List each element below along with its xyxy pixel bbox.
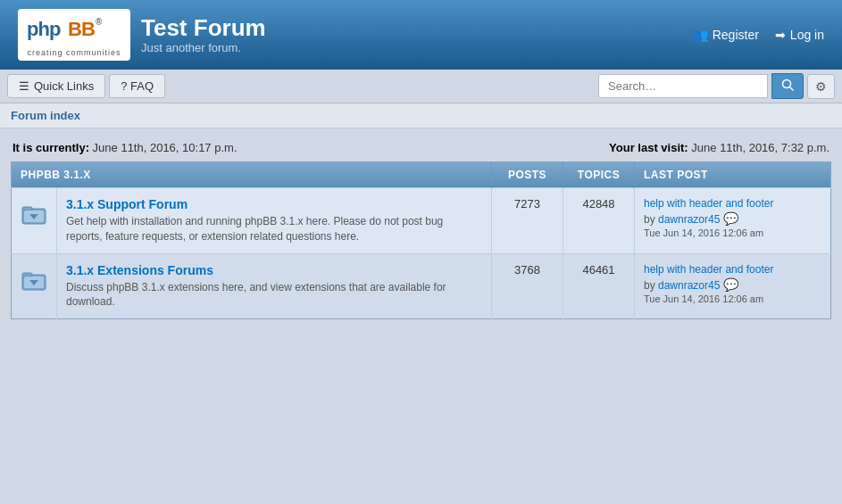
lastpost-time: Tue Jun 14, 2016 12:06 am bbox=[644, 293, 821, 304]
forum-topics-count: 46461 bbox=[563, 253, 635, 319]
forum-title-cell: 3.1.x Extensions Forums Discuss phpBB 3.… bbox=[57, 253, 492, 319]
current-time-label: It is currently: bbox=[13, 141, 89, 154]
faq-label: ? FAQ bbox=[121, 79, 154, 93]
logo-box: php B B ® creating communities bbox=[18, 9, 130, 61]
forum-table: PHPBB 3.1.X POSTS TOPICS LAST POST 3.1.x… bbox=[11, 161, 831, 319]
lastpost-quote-icon: 💬 bbox=[723, 211, 738, 226]
lastpost-author: by dawnrazor45 💬 bbox=[644, 277, 821, 292]
login-icon: ➡ bbox=[775, 28, 786, 42]
current-time-value: June 11th, 2016, 10:17 p.m. bbox=[93, 141, 238, 154]
last-visit-label: Your last visit: bbox=[609, 141, 688, 154]
svg-text:php: php bbox=[27, 18, 61, 40]
last-visit: Your last visit: June 11th, 2016, 7:32 p… bbox=[609, 141, 829, 154]
logo-area: php B B ® creating communities Test Foru… bbox=[18, 9, 266, 61]
forum-title-cell: 3.1.x Support Forum Get help with instal… bbox=[57, 188, 492, 254]
forum-index-link[interactable]: Forum index bbox=[11, 109, 80, 122]
site-header: php B B ® creating communities Test Foru… bbox=[0, 0, 842, 70]
navbar: ☰ Quick Links ? FAQ ⚙ bbox=[0, 70, 842, 103]
forum-description: Discuss phpBB 3.1.x extensions here, and… bbox=[66, 280, 482, 310]
search-area: ⚙ bbox=[598, 73, 835, 99]
forum-table-header: PHPBB 3.1.X POSTS TOPICS LAST POST bbox=[12, 162, 831, 188]
register-link[interactable]: 👥 Register bbox=[693, 28, 759, 42]
lastpost-author-link[interactable]: dawnrazor45 bbox=[658, 213, 720, 226]
svg-rect-11 bbox=[22, 273, 32, 277]
col-topics-header: TOPICS bbox=[563, 162, 635, 188]
forum-icon-cell bbox=[12, 253, 57, 319]
phpbb-logo: php B B ® bbox=[25, 12, 123, 48]
login-link[interactable]: ➡ Log in bbox=[775, 28, 824, 42]
current-time: It is currently: June 11th, 2016, 10:17 … bbox=[13, 141, 238, 154]
forum-lastpost-cell: help with header and footer by dawnrazor… bbox=[635, 188, 831, 254]
forum-topics-count: 42848 bbox=[563, 188, 635, 254]
quick-links-label: Quick Links bbox=[34, 79, 94, 93]
forum-posts-count: 7273 bbox=[492, 188, 563, 254]
site-tagline: Just another forum. bbox=[141, 41, 266, 54]
lastpost-title-link[interactable]: help with header and footer bbox=[644, 263, 773, 276]
col-posts-header: POSTS bbox=[492, 162, 563, 188]
folder-icon bbox=[21, 217, 47, 230]
register-icon: 👥 bbox=[693, 28, 708, 42]
faq-button[interactable]: ? FAQ bbox=[109, 74, 165, 98]
svg-line-5 bbox=[790, 87, 794, 91]
register-label: Register bbox=[713, 28, 759, 42]
svg-text:B: B bbox=[68, 18, 81, 40]
forum-title-link[interactable]: 3.1.x Extensions Forums bbox=[66, 263, 213, 277]
forum-table-body: 3.1.x Support Forum Get help with instal… bbox=[12, 188, 831, 319]
svg-rect-7 bbox=[22, 207, 32, 211]
lastpost-time: Tue Jun 14, 2016 12:06 am bbox=[644, 227, 821, 238]
svg-text:®: ® bbox=[96, 17, 103, 27]
search-input[interactable] bbox=[598, 74, 768, 98]
col-lastpost-header: LAST POST bbox=[635, 162, 831, 188]
search-icon bbox=[781, 79, 794, 94]
col-forum-header: PHPBB 3.1.X bbox=[12, 162, 492, 188]
visit-bar: It is currently: June 11th, 2016, 10:17 … bbox=[11, 137, 831, 161]
main-content: It is currently: June 11th, 2016, 10:17 … bbox=[0, 128, 842, 328]
forum-posts-count: 3768 bbox=[492, 253, 563, 319]
lastpost-quote-icon: 💬 bbox=[723, 277, 738, 292]
lastpost-author-link[interactable]: dawnrazor45 bbox=[658, 279, 720, 292]
search-button[interactable] bbox=[771, 73, 804, 99]
breadcrumb: Forum index bbox=[0, 103, 842, 128]
hamburger-icon: ☰ bbox=[19, 79, 29, 93]
forum-title-link[interactable]: 3.1.x Support Forum bbox=[66, 197, 188, 211]
header-links: 👥 Register ➡ Log in bbox=[693, 28, 824, 42]
lastpost-title-link[interactable]: help with header and footer bbox=[644, 197, 773, 210]
table-row: 3.1.x Extensions Forums Discuss phpBB 3.… bbox=[12, 253, 831, 319]
forum-lastpost-cell: help with header and footer by dawnrazor… bbox=[635, 253, 831, 319]
forum-description: Get help with installation and running p… bbox=[66, 214, 482, 244]
folder-icon bbox=[21, 283, 47, 296]
search-settings-button[interactable]: ⚙ bbox=[807, 74, 835, 99]
logo-tagline: creating communities bbox=[27, 48, 121, 57]
site-title-area: Test Forum Just another forum. bbox=[141, 15, 266, 54]
quick-links-button[interactable]: ☰ Quick Links bbox=[7, 74, 105, 98]
site-title: Test Forum bbox=[141, 15, 266, 41]
gear-icon: ⚙ bbox=[815, 79, 827, 94]
table-row: 3.1.x Support Forum Get help with instal… bbox=[12, 188, 831, 254]
forum-icon-cell bbox=[12, 188, 57, 254]
svg-text:B: B bbox=[81, 18, 95, 40]
lastpost-author: by dawnrazor45 💬 bbox=[644, 211, 821, 226]
last-visit-value: June 11th, 2016, 7:32 p.m. bbox=[691, 141, 829, 154]
login-label: Log in bbox=[790, 28, 824, 42]
